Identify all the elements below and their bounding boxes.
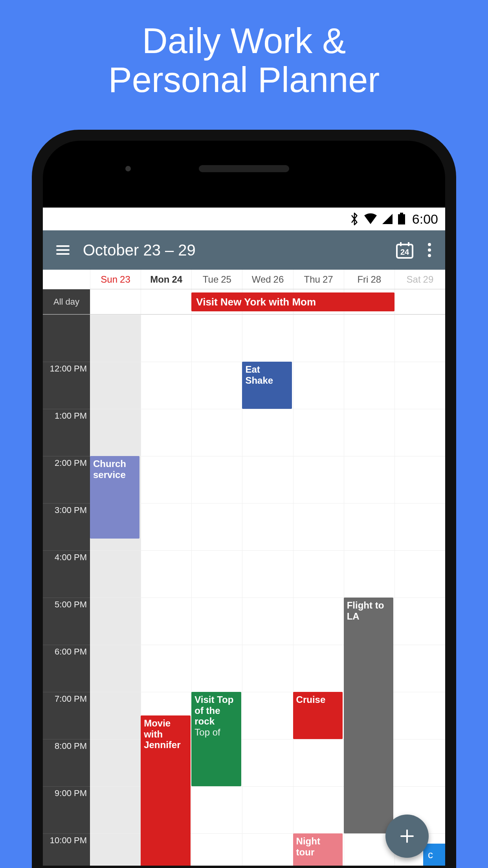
event[interactable]: Church service: [90, 456, 139, 539]
svg-rect-0: [398, 214, 405, 224]
event[interactable]: Flight to LA: [344, 598, 393, 833]
day-header-sun[interactable]: Sun 23: [90, 270, 141, 289]
time-gutter: 12:00 PM1:00 PM2:00 PM3:00 PM4:00 PM5:00…: [43, 314, 90, 866]
hour-label: 10:00 PM: [43, 833, 90, 866]
event[interactable]: Eat Shake: [242, 362, 292, 409]
hour-label: 9:00 PM: [43, 786, 90, 833]
phone-camera: [125, 166, 131, 171]
more-vertical-icon: [427, 242, 431, 258]
day-header-wed[interactable]: Wed 26: [242, 270, 293, 289]
wifi-icon: [363, 213, 378, 225]
svg-rect-1: [400, 213, 403, 214]
battery-icon: [397, 213, 406, 225]
days-grid[interactable]: Church serviceEat ShakeFlight to LAVisit…: [90, 314, 445, 866]
svg-point-6: [428, 243, 431, 246]
corner-chip-label: c: [428, 849, 433, 861]
hour-label: 1:00 PM: [43, 409, 90, 456]
svg-text:24: 24: [400, 248, 409, 256]
allday-event[interactable]: Visit New York with Mom: [191, 292, 394, 311]
hour-label: 2:00 PM: [43, 456, 90, 503]
event[interactable]: Cruise: [293, 692, 343, 739]
screen: 6:00 October 23 – 29 24: [43, 208, 445, 866]
svg-point-7: [428, 248, 431, 252]
cell-signal-icon: [382, 213, 393, 225]
event[interactable]: Movie with Jennifer: [141, 715, 190, 866]
plus-icon: [397, 826, 417, 846]
hour-label: 4:00 PM: [43, 550, 90, 598]
promo-title: Daily Work & Personal Planner: [0, 0, 488, 99]
phone-inner: 6:00 October 23 – 29 24: [43, 141, 445, 866]
bluetooth-icon: [349, 212, 360, 226]
corner-chip[interactable]: c: [423, 844, 445, 866]
hour-label: 6:00 PM: [43, 645, 90, 692]
all-day-label: All day: [43, 289, 90, 314]
day-header-thu[interactable]: Thu 27: [293, 270, 344, 289]
day-header-mon[interactable]: Mon 24: [141, 270, 191, 289]
app-bar: October 23 – 29 24: [43, 230, 445, 270]
phone-frame: 6:00 October 23 – 29 24: [32, 130, 456, 868]
calendar-grid[interactable]: 12:00 PM1:00 PM2:00 PM3:00 PM4:00 PM5:00…: [43, 314, 445, 866]
day-header-row: Sun 23Mon 24Tue 25Wed 26Thu 27Fri 28Sat …: [43, 270, 445, 289]
today-button[interactable]: 24: [391, 240, 418, 260]
hour-label: 3:00 PM: [43, 503, 90, 550]
menu-button[interactable]: [48, 242, 78, 258]
all-day-row: All day Visit New York with Mom: [43, 289, 445, 314]
hour-label: 5:00 PM: [43, 598, 90, 645]
hour-label: 12:00 PM: [43, 362, 90, 409]
event[interactable]: Visit Top of the rockTop of: [191, 692, 241, 786]
day-header-fri[interactable]: Fri 28: [344, 270, 394, 289]
hamburger-icon: [55, 242, 71, 258]
event[interactable]: Night tour: [293, 833, 343, 866]
date-range-title[interactable]: October 23 – 29: [83, 241, 196, 259]
status-bar: 6:00: [43, 208, 445, 230]
promo-line-2: Personal Planner: [108, 60, 380, 99]
status-time: 6:00: [412, 211, 438, 227]
day-header-sat[interactable]: Sat 29: [394, 270, 445, 289]
overflow-menu-button[interactable]: [418, 242, 440, 258]
add-event-fab[interactable]: [385, 815, 429, 858]
calendar-icon: 24: [394, 240, 415, 260]
phone-speaker: [199, 165, 289, 172]
day-header-tue[interactable]: Tue 25: [191, 270, 242, 289]
all-day-cells: Visit New York with Mom: [90, 289, 445, 314]
svg-point-8: [428, 254, 431, 257]
promo-line-1: Daily Work &: [142, 21, 346, 61]
hour-label: [43, 314, 90, 362]
hour-label: 8:00 PM: [43, 739, 90, 786]
hour-label: 7:00 PM: [43, 692, 90, 739]
